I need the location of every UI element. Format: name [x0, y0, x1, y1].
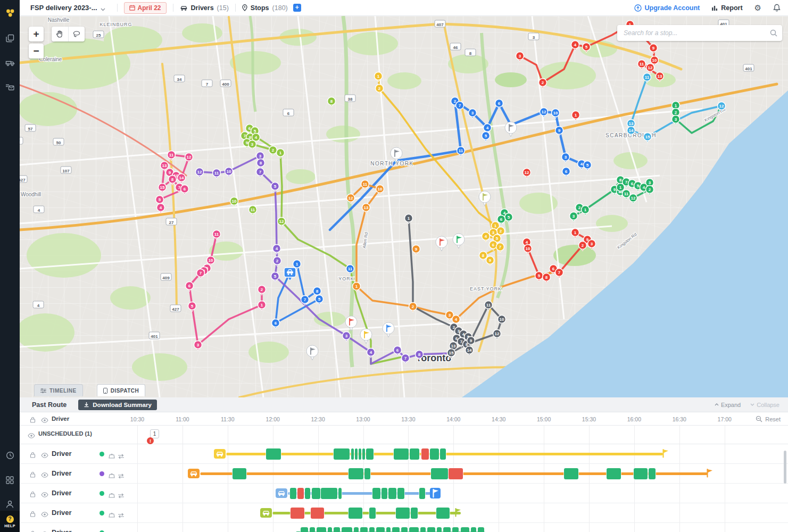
stop-block[interactable]	[649, 468, 656, 479]
stop-block[interactable]	[366, 448, 374, 460]
lock-icon[interactable]	[30, 490, 36, 500]
history-icon[interactable]	[4, 449, 16, 462]
stop-block[interactable]	[397, 488, 404, 499]
collapse-button[interactable]: Collapse	[750, 402, 779, 408]
visibility-icon[interactable]	[41, 529, 48, 532]
report-button[interactable]: Report	[711, 4, 742, 12]
visibility-icon[interactable]	[28, 431, 35, 440]
driver-row[interactable]: Driver	[20, 464, 788, 484]
stop-block[interactable]	[349, 508, 362, 519]
stop-block[interactable]	[310, 527, 315, 532]
stop-block[interactable]	[317, 527, 326, 532]
stop-block[interactable]	[410, 448, 419, 460]
stop-block[interactable]	[233, 468, 246, 479]
stop-block[interactable]	[430, 448, 439, 460]
stop-block[interactable]	[369, 508, 376, 519]
stop-block[interactable]	[362, 448, 365, 460]
stop-block[interactable]	[420, 527, 426, 532]
stop-block[interactable]	[427, 527, 435, 532]
date-badge[interactable]: April 22	[124, 2, 167, 14]
drivers-icon[interactable]	[4, 56, 16, 69]
lock-icon[interactable]	[30, 415, 36, 425]
stop-block[interactable]	[311, 508, 324, 519]
download-summary-button[interactable]: Download Summary	[78, 400, 157, 410]
stop-block[interactable]	[443, 527, 451, 532]
reorder-icon[interactable]	[118, 471, 125, 481]
stop-block[interactable]	[436, 508, 450, 519]
stop-block[interactable]	[360, 527, 368, 532]
lock-icon[interactable]	[30, 451, 36, 460]
stop-block[interactable]	[364, 468, 370, 479]
stop-search-input[interactable]	[617, 25, 782, 41]
chevron-down-icon[interactable]	[101, 4, 105, 13]
capacity-icon[interactable]	[109, 491, 115, 500]
visibility-icon[interactable]	[41, 490, 48, 500]
stop-block[interactable]	[301, 527, 308, 532]
pan-hand-tool[interactable]	[52, 27, 68, 41]
stop-block[interactable]	[359, 448, 361, 460]
stop-block[interactable]	[394, 448, 409, 460]
upgrade-account-button[interactable]: Upgrade Account	[634, 4, 700, 12]
stop-block[interactable]	[392, 527, 400, 532]
reorder-icon[interactable]	[118, 491, 125, 501]
stop-block[interactable]	[401, 527, 408, 532]
notifications-bell-icon[interactable]	[773, 4, 781, 12]
help-button[interactable]: ? HELP	[0, 511, 20, 532]
search-icon[interactable]	[770, 29, 777, 39]
timeline-scrollbar[interactable]	[784, 451, 786, 484]
capacity-icon[interactable]	[109, 530, 115, 532]
stop-block[interactable]	[349, 468, 363, 479]
stop-block[interactable]	[419, 488, 425, 499]
add-stop-button[interactable]: +	[293, 4, 301, 12]
stop-block[interactable]	[388, 488, 396, 499]
driver-row[interactable]: Driver	[20, 503, 788, 523]
stop-block[interactable]	[461, 527, 469, 532]
capacity-icon[interactable]	[109, 451, 115, 461]
stop-block[interactable]	[564, 468, 578, 479]
lock-icon[interactable]	[30, 470, 36, 480]
visibility-icon[interactable]	[41, 470, 48, 480]
expand-button[interactable]: Expand	[715, 402, 741, 408]
stop-block[interactable]	[634, 468, 648, 479]
stop-block[interactable]	[421, 448, 429, 460]
stop-block[interactable]	[328, 527, 332, 532]
stop-block[interactable]	[266, 448, 281, 460]
stop-block[interactable]	[449, 468, 463, 479]
stop-block[interactable]	[354, 527, 359, 532]
stop-block[interactable]	[396, 508, 410, 519]
stop-block[interactable]	[437, 527, 442, 532]
tab-timeline[interactable]: TIMELINE	[34, 384, 83, 396]
stop-block[interactable]	[334, 448, 350, 460]
driver-row[interactable]: Driver	[20, 444, 788, 464]
stop-block[interactable]	[376, 527, 385, 532]
driver-row[interactable]: Driver	[20, 484, 788, 503]
stop-block[interactable]	[321, 488, 337, 499]
stop-block[interactable]	[351, 448, 354, 460]
stop-block[interactable]	[411, 508, 418, 519]
visibility-icon[interactable]	[41, 510, 48, 519]
map-canvas[interactable]: 4274014094272757725343840040746840134401…	[20, 16, 788, 397]
lock-icon[interactable]	[30, 510, 36, 519]
reorder-icon[interactable]	[118, 452, 125, 461]
zoom-in-button[interactable]: +	[29, 27, 44, 41]
visibility-icon[interactable]	[41, 415, 48, 425]
stop-block[interactable]	[381, 488, 387, 499]
stop-block[interactable]	[305, 488, 310, 499]
zoom-out-button[interactable]: −	[29, 44, 44, 59]
stop-block[interactable]	[478, 527, 484, 532]
unscheduled-row[interactable]: UNSCHEDULED (1) 1 !	[20, 426, 788, 444]
stop-block[interactable]	[297, 488, 304, 499]
stops-toggle[interactable]: Stops (180)	[242, 4, 288, 12]
drivers-toggle[interactable]: Drivers (15)	[180, 4, 229, 12]
stop-block[interactable]	[312, 488, 320, 499]
stop-block[interactable]	[431, 468, 448, 479]
apps-grid-icon[interactable]	[4, 473, 16, 486]
tab-dispatch[interactable]: DISPATCH	[97, 384, 146, 396]
reset-zoom-button[interactable]: Reset	[756, 415, 781, 422]
visibility-icon[interactable]	[41, 451, 48, 460]
settings-gear-icon[interactable]: ⚙	[754, 4, 761, 12]
stop-block[interactable]	[440, 448, 446, 460]
stop-block[interactable]	[355, 448, 358, 460]
stop-block[interactable]	[452, 527, 459, 532]
lock-icon[interactable]	[30, 529, 36, 532]
